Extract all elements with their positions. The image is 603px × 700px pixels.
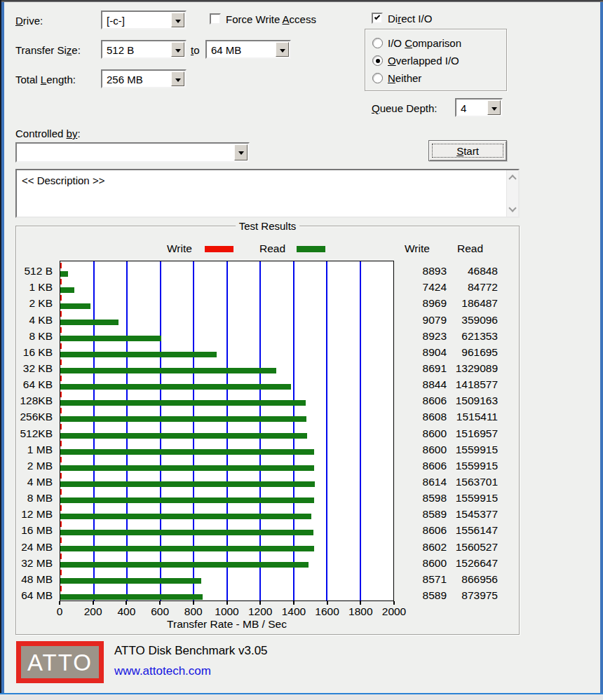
chart-bars [60,261,393,601]
read-bar [60,287,74,293]
write-value: 8600 [391,553,447,569]
write-value: 8904 [391,342,447,358]
attotech-link[interactable]: www.attotech.com [114,664,211,678]
description-field[interactable]: << Description >> [15,169,520,218]
y-axis-label: 512 B [0,261,56,277]
read-value: 1329089 [449,358,498,374]
write-bar [60,424,62,430]
read-value: 1563701 [449,472,498,488]
tick-mark [126,601,127,605]
total-length-select[interactable]: 256 MB [101,69,187,88]
write-value: 8602 [391,536,447,552]
scroll-up-icon[interactable] [508,174,516,182]
read-value: 46848 [449,261,498,277]
read-bar [60,465,314,471]
read-value: 1418577 [449,374,498,390]
focus-rectangle [432,144,503,158]
queue-depth-dropdown-button[interactable] [487,100,501,115]
x-axis-tick-label: 400 [117,605,135,618]
neither-radio[interactable] [372,73,383,83]
window-border-bottom-shadow [0,694,603,700]
test-results-title: Test Results [236,220,300,232]
y-axis-label: 1 KB [0,277,56,293]
total-length-dropdown-button[interactable] [171,71,184,86]
chevron-down-icon [175,20,181,26]
drive-dropdown-button[interactable] [171,13,184,27]
x-axis-tick-label: 800 [184,605,203,618]
write-bar [60,537,62,543]
controlled-by-select[interactable] [15,142,250,163]
write-bar [60,295,62,301]
write-value: 8893 [391,261,447,277]
legend-write-label: Write [167,242,192,255]
write-value: 8606 [391,390,447,406]
legend-write-swatch [205,246,233,252]
y-axis-label: 32 MB [0,553,56,569]
read-value: 1559915 [449,439,498,455]
x-axis-tick-label: 200 [84,605,102,618]
tick-mark [293,601,294,605]
write-value: 8608 [391,406,447,423]
y-axis-label: 2 MB [0,455,56,472]
transfer-size-from-value: 512 B [107,43,134,55]
chart-row [60,520,393,536]
x-axis-tick-label: 1200 [248,605,272,618]
chart-row [60,423,393,439]
transfer-size-to-select[interactable]: 64 MB [205,40,291,59]
io-comparison-radio[interactable] [372,38,383,48]
write-values-column: 8893742489699079892389048691884486068608… [391,261,447,601]
transfer-size-label: Transfer Size: [15,44,81,56]
force-write-access-checkbox[interactable] [210,13,221,25]
read-value: 961695 [449,342,498,358]
transfer-size-to-dropdown-button[interactable] [276,42,289,57]
x-axis-tick-label: 0 [57,605,63,618]
tick-mark [259,601,261,605]
write-value: 7424 [391,277,447,293]
read-bar [60,336,161,341]
transfer-size-from-select[interactable]: 512 B [101,40,187,59]
y-axis-label: 64 KB [0,374,56,390]
queue-depth-label: Queue Depth: [372,102,437,114]
read-bar [60,578,201,584]
overlapped-io-radio[interactable] [372,55,383,66]
write-value: 8571 [391,569,447,585]
chart-row [60,406,393,423]
tick-mark [93,601,94,605]
write-value: 9079 [391,309,447,325]
read-bar [60,368,276,373]
transfer-size-from-dropdown-button[interactable] [171,42,184,57]
description-scrollbar[interactable] [506,170,518,217]
scroll-down-icon[interactable] [508,204,516,212]
write-value: 8844 [391,374,447,390]
direct-io-checkbox[interactable] [372,13,383,24]
app-title: ATTO Disk Benchmark v3.05 [114,644,268,658]
chart-row [60,568,393,584]
read-value: 1559915 [449,488,498,504]
chart-row [60,342,393,358]
chevron-down-icon [492,107,497,114]
write-bar [60,489,62,495]
x-axis-tick-label: 1800 [348,605,372,618]
y-axis-label: 8 KB [0,326,56,342]
chart-row [60,536,393,552]
read-value: 873975 [449,585,498,601]
atto-disk-benchmark-window: Drive: [-c-] Force Write Access Direct I… [0,0,603,700]
x-axis-tick-label: 2000 [382,605,406,618]
controlled-by-dropdown-button[interactable] [234,144,248,160]
io-comparison-label: I/O Comparison [388,37,461,49]
write-bar [60,263,62,268]
tick-mark [193,601,194,605]
chart-row [60,552,393,568]
read-value: 1515411 [449,406,498,423]
to-label: to [191,44,200,56]
read-bar [60,320,118,325]
y-axis-label: 4 KB [0,309,56,325]
queue-depth-select[interactable]: 4 [455,98,503,117]
write-bar [60,279,62,284]
read-value: 1516957 [449,423,498,439]
y-axis-label: 8 MB [0,488,56,504]
chart-row [60,277,393,294]
read-bar [60,514,311,519]
start-button[interactable]: Start [428,140,507,161]
drive-select[interactable]: [-c-] [101,11,187,29]
